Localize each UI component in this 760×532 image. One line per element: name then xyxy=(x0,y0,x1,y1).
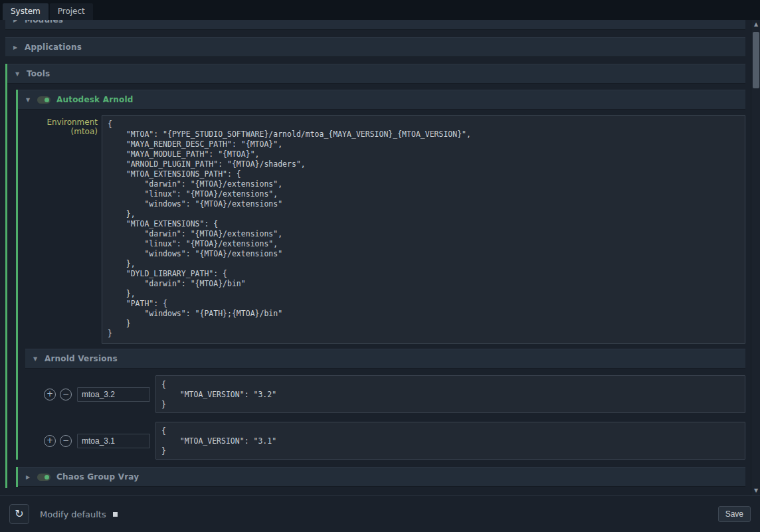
remove-version-button[interactable]: − xyxy=(60,389,72,400)
environment-row: Environment (mtoa) { "MTOA": "{PYPE_STUD… xyxy=(18,115,745,344)
scrollbar-thumb[interactable] xyxy=(753,32,759,88)
chevron-right-icon: ▶ xyxy=(12,44,19,50)
chevron-right-icon: ▶ xyxy=(12,20,19,23)
section-label: Modules xyxy=(25,20,63,25)
add-version-button[interactable]: + xyxy=(44,435,56,447)
modified-indicator-icon xyxy=(113,512,118,517)
save-button[interactable]: Save xyxy=(718,506,751,522)
version-json-editor[interactable]: { "MTOA_VERSION": "3.1" } xyxy=(155,422,745,460)
footer-bar: ↻ Modify defaults Save xyxy=(0,495,760,532)
settings-window: System Project ▶ Modules ▶ Applications … xyxy=(0,0,760,532)
environment-json-editor[interactable]: { "MTOA": "{PYPE_STUDIO_SOFTWARE}/arnold… xyxy=(102,115,745,344)
environment-label: Environment (mtoa) xyxy=(23,115,98,136)
section-header-tools[interactable]: ▼ Tools xyxy=(7,64,745,84)
tab-system[interactable]: System xyxy=(3,3,48,20)
group-header-autodesk-arnold[interactable]: ▼ Autodesk Arnold xyxy=(18,90,745,110)
chevron-down-icon: ▼ xyxy=(32,356,39,362)
settings-content: ▶ Modules ▶ Applications ▼ Tools ▼ Autod… xyxy=(0,20,751,495)
chevron-down-icon: ▼ xyxy=(14,71,21,77)
section-label: Applications xyxy=(25,43,82,52)
group-label: Autodesk Arnold xyxy=(56,95,134,104)
version-name-input[interactable] xyxy=(77,434,150,448)
group-label: Chaos Group Vray xyxy=(56,472,139,482)
section-header-arnold-versions[interactable]: ▼ Arnold Versions xyxy=(25,349,745,369)
chevron-right-icon: ▶ xyxy=(25,474,31,480)
tab-bar: System Project xyxy=(0,0,760,20)
section-tools: ▼ Tools ▼ Autodesk Arnold Environment (m… xyxy=(5,64,745,488)
arnold-versions-block: ▼ Arnold Versions + − { "MTOA_VERSION": … xyxy=(25,349,745,460)
version-row: + − { "MTOA_VERSION": "3.1" } xyxy=(44,422,745,460)
scroll-down-icon[interactable]: ▼ xyxy=(751,486,760,495)
refresh-button[interactable]: ↻ xyxy=(9,504,29,524)
scroll-up-icon[interactable]: ▲ xyxy=(751,20,760,29)
chevron-down-icon: ▼ xyxy=(25,97,31,103)
section-label: Arnold Versions xyxy=(45,354,118,363)
enabled-toggle-icon[interactable] xyxy=(37,474,50,481)
tools-body: ▼ Autodesk Arnold Environment (mtoa) { "… xyxy=(7,90,745,488)
vertical-scrollbar: ▲ ▼ xyxy=(751,20,760,495)
group-chaos-group-vray: ▶ Chaos Group Vray xyxy=(16,467,745,487)
version-json-editor[interactable]: { "MTOA_VERSION": "3.2" } xyxy=(155,375,745,413)
modify-defaults-label[interactable]: Modify defaults xyxy=(40,509,106,519)
remove-version-button[interactable]: − xyxy=(60,435,72,447)
refresh-icon: ↻ xyxy=(15,508,23,519)
version-name-input[interactable] xyxy=(77,387,150,402)
group-header-chaos-group-vray[interactable]: ▶ Chaos Group Vray xyxy=(18,467,745,487)
section-label: Tools xyxy=(27,69,50,78)
tab-project[interactable]: Project xyxy=(50,3,93,20)
version-row: + − { "MTOA_VERSION": "3.2" } xyxy=(44,375,745,413)
add-version-button[interactable]: + xyxy=(44,389,56,400)
enabled-toggle-icon[interactable] xyxy=(37,96,50,104)
section-header-applications[interactable]: ▶ Applications xyxy=(5,37,745,57)
section-header-modules[interactable]: ▶ Modules xyxy=(5,20,745,30)
group-autodesk-arnold: ▼ Autodesk Arnold Environment (mtoa) { "… xyxy=(16,90,745,460)
